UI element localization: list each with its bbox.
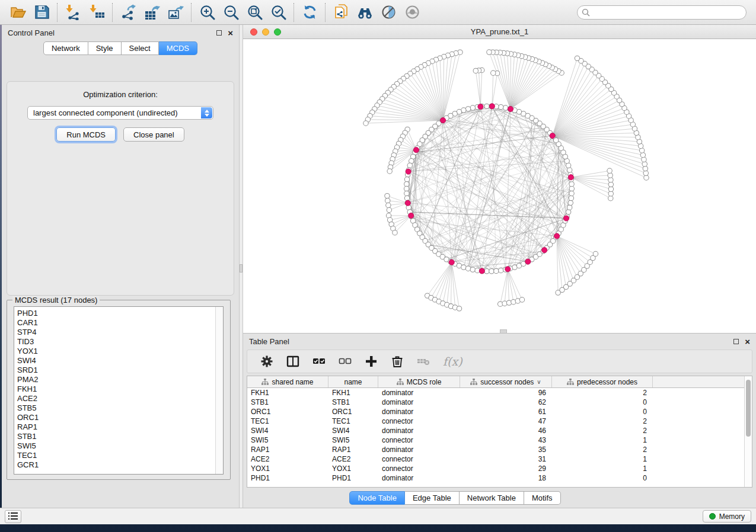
select-all-button[interactable] [312, 355, 326, 368]
table-row[interactable]: ORC1ORC1dominator610 [247, 407, 752, 416]
import-network-button[interactable] [61, 2, 85, 23]
tab-mcds[interactable]: MCDS [159, 41, 197, 55]
network-canvas[interactable] [243, 39, 756, 333]
cell-MCDS-role[interactable]: dominator [378, 427, 460, 435]
mcds-node-item[interactable]: FKH1 [17, 384, 215, 394]
cell-MCDS-role[interactable]: dominator [378, 398, 460, 406]
cell-successor-nodes[interactable]: 29 [460, 464, 552, 473]
export-table-button[interactable] [140, 2, 164, 23]
select-stepper-icon[interactable] [201, 107, 212, 118]
cell-MCDS-role[interactable]: dominator [378, 389, 460, 397]
network-titlebar[interactable]: YPA_prune.txt_1 [243, 25, 756, 39]
table-row[interactable]: ACE2ACE2connector311 [247, 454, 752, 464]
table-row[interactable]: FKH1FKH1dominator962 [247, 388, 752, 398]
column-header-successor-nodes[interactable]: successor nodes∨ [460, 376, 552, 387]
cell-shared-name[interactable]: SWI5 [247, 436, 328, 444]
cell-shared-name[interactable]: ORC1 [247, 408, 328, 416]
memory-button[interactable]: Memory [703, 510, 751, 523]
network-graph[interactable] [243, 39, 756, 334]
mcds-node-item[interactable]: TID3 [17, 337, 215, 347]
add-column-button[interactable] [365, 355, 378, 368]
tab-select[interactable]: Select [122, 41, 159, 55]
tab-edge-table[interactable]: Edge Table [405, 491, 460, 505]
cell-name[interactable]: SWI5 [328, 436, 378, 444]
cell-successor-nodes[interactable]: 62 [460, 398, 552, 406]
mcds-node-item[interactable]: ORC1 [17, 413, 215, 422]
mcds-node-item[interactable]: YOX1 [17, 347, 215, 356]
gear-button[interactable] [260, 355, 273, 368]
cell-MCDS-role[interactable]: connector [378, 464, 460, 473]
save-session-button[interactable] [30, 2, 53, 23]
cell-predecessor-nodes[interactable]: 1 [552, 455, 653, 463]
cell-predecessor-nodes[interactable]: 2 [552, 389, 653, 397]
refresh-layout-button[interactable] [298, 2, 321, 23]
cell-name[interactable]: TEC1 [328, 417, 378, 425]
cell-MCDS-role[interactable]: connector [378, 436, 460, 444]
cell-predecessor-nodes[interactable]: 0 [552, 474, 653, 482]
float-table-panel-icon[interactable] [733, 339, 739, 344]
cell-name[interactable]: ORC1 [328, 408, 378, 416]
tab-node-table[interactable]: Node Table [349, 491, 405, 505]
binoculars-button[interactable] [353, 2, 377, 23]
cell-name[interactable]: RAP1 [328, 446, 378, 454]
cell-successor-nodes[interactable]: 47 [460, 417, 552, 425]
close-table-panel-icon[interactable]: × [745, 339, 750, 344]
cell-shared-name[interactable]: SWI4 [247, 427, 328, 435]
mcds-node-item[interactable]: STB5 [17, 403, 215, 413]
mcds-node-item[interactable]: PMA2 [17, 375, 215, 384]
export-image-button[interactable] [164, 2, 187, 23]
mcds-node-item[interactable]: STP4 [17, 328, 215, 337]
cell-successor-nodes[interactable]: 18 [460, 474, 552, 482]
cell-successor-nodes[interactable]: 46 [460, 427, 552, 435]
cell-predecessor-nodes[interactable]: 0 [552, 398, 653, 406]
tab-network-table[interactable]: Network Table [460, 491, 524, 505]
show-graphics-details-button[interactable] [400, 2, 424, 23]
horizontal-splitter-handle[interactable] [500, 329, 507, 334]
mcds-result-list[interactable]: PHD1CAR1STP4TID3YOX1SWI4SRD1PMA2FKH1ACE2… [14, 306, 224, 475]
mcds-node-item[interactable]: TEC1 [17, 451, 215, 460]
zoom-selected-button[interactable] [266, 2, 290, 23]
mcds-node-item[interactable]: PHD1 [17, 309, 215, 318]
cell-MCDS-role[interactable]: dominator [378, 446, 460, 454]
cell-predecessor-nodes[interactable]: 2 [552, 417, 653, 425]
cell-predecessor-nodes[interactable]: 1 [552, 436, 653, 444]
cell-shared-name[interactable]: YOX1 [247, 464, 328, 473]
cell-shared-name[interactable]: PHD1 [247, 474, 328, 482]
open-file-button[interactable] [6, 2, 30, 23]
tab-style[interactable]: Style [88, 41, 122, 55]
import-table-button[interactable] [85, 2, 109, 23]
cell-successor-nodes[interactable]: 96 [460, 389, 552, 397]
cell-successor-nodes[interactable]: 61 [460, 408, 552, 416]
table-scrollbar[interactable] [744, 376, 752, 487]
cell-MCDS-role[interactable]: dominator [378, 474, 460, 482]
mcds-node-item[interactable]: CAR1 [17, 318, 215, 328]
mcds-node-item[interactable]: SRD1 [17, 366, 215, 375]
mcds-node-item[interactable]: RAP1 [17, 422, 215, 432]
table-row[interactable]: RAP1RAP1dominator352 [247, 445, 752, 454]
vertical-splitter[interactable] [239, 25, 243, 508]
unselect-all-button[interactable] [339, 355, 352, 368]
cell-MCDS-role[interactable]: connector [378, 455, 460, 463]
table-scrollbar-thumb[interactable] [746, 380, 751, 437]
cell-name[interactable]: PHD1 [328, 474, 378, 482]
cell-MCDS-role[interactable]: connector [378, 417, 460, 425]
cell-successor-nodes[interactable]: 31 [460, 455, 552, 463]
search-input[interactable] [577, 5, 747, 20]
cell-MCDS-role[interactable]: dominator [378, 408, 460, 416]
table-row[interactable]: STB1STB1dominator620 [247, 398, 752, 407]
cell-name[interactable]: STB1 [328, 398, 378, 406]
splitter-handle[interactable] [240, 264, 243, 273]
zoom-out-button[interactable] [219, 2, 243, 23]
delete-column-button[interactable] [391, 355, 404, 368]
table-row[interactable]: TEC1TEC1connector472 [247, 416, 752, 426]
tab-motifs[interactable]: Motifs [524, 491, 561, 505]
tab-network[interactable]: Network [43, 41, 88, 55]
cell-name[interactable]: ACE2 [328, 455, 378, 463]
float-panel-icon[interactable] [216, 30, 222, 36]
cell-shared-name[interactable]: FKH1 [247, 389, 328, 397]
cell-predecessor-nodes[interactable]: 1 [552, 464, 653, 473]
cell-name[interactable]: SWI4 [328, 427, 378, 435]
cell-predecessor-nodes[interactable]: 0 [552, 408, 653, 416]
mcds-node-item[interactable]: STB1 [17, 432, 215, 441]
mcds-node-item[interactable]: SWI4 [17, 356, 215, 366]
